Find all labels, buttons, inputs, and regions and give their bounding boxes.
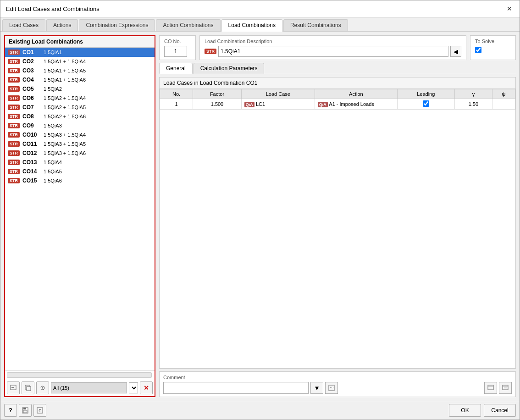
combo-name: CO7 [22,104,41,111]
leading-checkbox[interactable] [423,100,429,107]
comment-row: ▼ ⋯ [163,382,512,394]
svg-point-4 [42,387,44,389]
comment-input[interactable] [163,382,309,394]
combo-desc: 1.5QiA6 [44,178,62,183]
comment-extra-button[interactable]: ⋯ [325,382,338,394]
list-item[interactable]: STR CO15 1.5QiA6 [5,176,155,185]
list-item[interactable]: STR CO14 1.5QiA5 [5,167,155,176]
col-gamma: γ [454,89,492,99]
export-button[interactable] [33,404,46,417]
right-icon-btn-1[interactable] [484,382,497,394]
tool-button[interactable] [36,381,49,394]
combo-name: CO14 [22,168,41,175]
main-window: Edit Load Cases and Combinations ✕ Load … [0,0,520,420]
comment-dropdown-button[interactable]: ▼ [310,382,323,394]
description-arrow-button[interactable]: ◀ [450,46,461,57]
combo-name: CO3 [22,67,41,74]
to-solve-checkbox-label [475,47,511,54]
cell-factor: 1.500 [193,99,242,110]
sub-tab-general[interactable]: General [159,63,193,74]
combo-name: CO9 [22,122,41,129]
cell-loadcase: QiA LC1 [241,99,315,110]
list-item[interactable]: STR CO8 1.5QiA2 + 1.5QiA6 [5,112,155,121]
svg-rect-13 [23,408,26,409]
help-button[interactable]: ? [4,404,17,417]
list-item[interactable]: STR CO11 1.5QiA3 + 1.5QiA5 [5,139,155,149]
list-item[interactable]: STR CO1 1.5QiA1 [5,48,155,57]
combo-name: CO15 [22,177,41,184]
add-button[interactable] [7,381,20,394]
to-solve-checkbox[interactable] [475,47,481,53]
svg-rect-14 [23,410,27,413]
cell-leading[interactable] [397,99,454,110]
table-body: No. Factor Load Case Action Leading γ ψ [160,89,515,368]
combo-desc: 1.5QiA2 + 1.5QiA4 [44,95,86,101]
delete-button[interactable]: ✕ [140,381,153,394]
combo-name: CO13 [22,159,41,166]
co-no-input[interactable] [164,46,187,57]
list-item[interactable]: STR CO3 1.5QiA1 + 1.5QiA5 [5,66,155,75]
list-item[interactable]: STR CO10 1.5QiA3 + 1.5QiA4 [5,130,155,139]
combo-name: CO5 [22,86,41,92]
description-input[interactable] [218,46,448,57]
badge-str: STR [8,123,20,128]
svg-rect-9 [503,385,508,390]
list-item[interactable]: STR CO5 1.5QiA2 [5,84,155,94]
combo-desc: 1.5QiA2 + 1.5QiA5 [44,105,86,110]
filter-dropdown[interactable]: ▼ [129,382,138,393]
badge-str: STR [8,141,20,147]
combo-desc: 1.5QiA2 + 1.5QiA6 [44,114,86,119]
copy-button[interactable] [22,381,34,394]
table-container: Load Cases in Load Combination CO1 No. F… [159,77,516,369]
lc-badge: QiA [244,102,254,107]
badge-str: STR [8,50,20,55]
main-content: Existing Load Combinations STR CO1 1.5Qi… [0,32,520,401]
list-item[interactable]: STR CO12 1.5QiA3 + 1.5QiA6 [5,149,155,158]
tab-result-combinations[interactable]: Result Combinations [283,19,348,31]
action-name: A1 - Imposed Loads [329,101,374,107]
sub-tab-calc-params[interactable]: Calculation Parameters [194,63,265,74]
tab-load-cases[interactable]: Load Cases [2,19,45,31]
sub-tab-bar: General Calculation Parameters [159,63,516,74]
save-button[interactable] [19,404,32,417]
combo-desc: 1.5QiA4 [44,160,62,165]
cancel-button[interactable]: Cancel [484,404,516,417]
list-item[interactable]: STR CO7 1.5QiA2 + 1.5QiA5 [5,103,155,112]
action-badge: QiA [318,102,328,107]
combo-desc: 1.5QiA2 [44,86,62,92]
tab-action-combinations[interactable]: Action Combinations [156,19,220,31]
list-item[interactable]: STR CO2 1.5QiA1 + 1.5QiA4 [5,57,155,66]
combo-desc: 1.5QiA1 + 1.5QiA6 [44,77,86,83]
badge-str: STR [8,132,20,138]
description-label: Load Combination Description [205,39,461,44]
combo-name: CO6 [22,95,41,101]
badge-str: STR [8,160,20,165]
right-panel: CO No. Load Combination Description STR … [159,35,516,397]
badge-str: STR [8,59,20,64]
col-no: No. [160,89,193,99]
window-title: Edit Load Cases and Combinations [6,6,100,12]
list-item[interactable]: STR CO4 1.5QiA1 + 1.5QiA6 [5,75,155,84]
list-item[interactable]: STR CO13 1.5QiA4 [5,158,155,167]
badge-str: STR [8,169,20,174]
combo-name: CO10 [22,132,41,138]
badge-str: STR [8,86,20,92]
title-bar: Edit Load Cases and Combinations ✕ [0,0,520,17]
close-button[interactable]: ✕ [505,4,514,13]
tab-combination-expressions[interactable]: Combination Expressions [79,19,155,31]
list-item[interactable]: STR CO6 1.5QiA2 + 1.5QiA4 [5,94,155,103]
co-no-box: CO No. [159,35,196,60]
to-solve-box: To Solve [470,35,516,60]
description-box: Load Combination Description STR ◀ [199,35,466,60]
left-panel-header: Existing Load Combinations [5,36,155,48]
list-item[interactable]: STR CO9 1.5QiA3 [5,121,155,130]
tab-actions[interactable]: Actions [46,19,78,31]
table-row[interactable]: 1 1.500 QiA LC1 QiA A1 - Imposed Loads [160,99,515,110]
tab-load-combinations[interactable]: Load Combinations [221,19,282,32]
combo-name: CO4 [22,77,41,83]
svg-text:⋯: ⋯ [330,386,334,390]
right-icon-btn-2[interactable] [499,382,512,394]
horizontal-scrollbar[interactable] [7,372,152,378]
ok-button[interactable]: OK [449,404,481,417]
combo-desc: 1.5QiA3 [44,123,62,128]
